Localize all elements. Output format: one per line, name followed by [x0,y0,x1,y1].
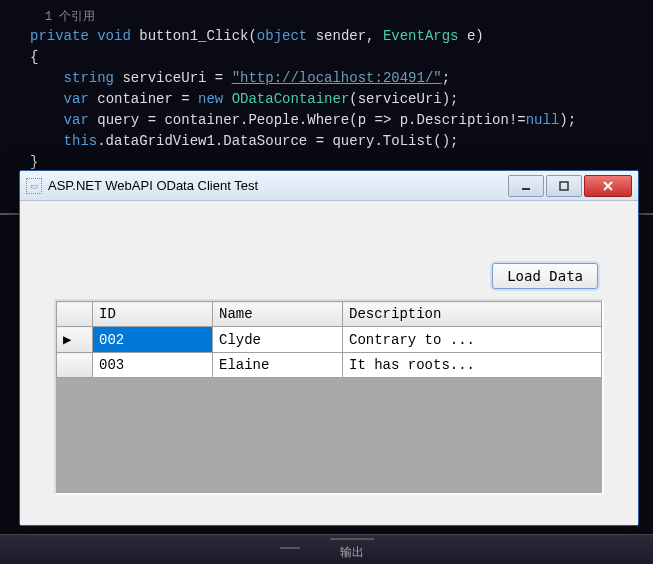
cell-id[interactable]: 003 [93,353,213,378]
cell-name[interactable]: Clyde [213,327,343,353]
bottom-tab-output[interactable]: 输出 [330,538,374,561]
code-line: string serviceUri = "http://localhost:20… [30,68,643,89]
winforms-app-window: ▭ ASP.NET WebAPI OData Client Test Load … [19,170,639,526]
row-indicator[interactable] [57,353,93,378]
window-controls [506,175,632,197]
maximize-button[interactable] [546,175,582,197]
ide-bottom-panel-tabs: 输出 [0,534,653,564]
minimize-button[interactable] [508,175,544,197]
code-line: { [30,47,643,68]
code-line: this.dataGridView1.DataSource = query.To… [30,131,643,152]
window-titlebar[interactable]: ▭ ASP.NET WebAPI OData Client Test [20,171,638,201]
svg-rect-1 [560,182,568,190]
cell-id[interactable]: 002 [93,327,213,353]
code-line: var query = container.People.Where(p => … [30,110,643,131]
bottom-tab[interactable] [280,547,300,553]
code-editor: 1 个引用 private void button1_Click(object … [0,0,653,173]
cell-description[interactable]: Contrary to ... [343,327,602,353]
code-line: private void button1_Click(object sender… [30,26,643,47]
grid-header-row: ID Name Description [57,302,602,327]
codelens-references[interactable]: 1 个引用 [45,8,643,26]
datagridview[interactable]: ID Name Description ▶ 002 Clyde Contrary… [54,299,604,495]
column-header-description[interactable]: Description [343,302,602,327]
code-line: var container = new ODataContainer(servi… [30,89,643,110]
column-header-name[interactable]: Name [213,302,343,327]
window-client-area: Load Data ID Name Description ▶ 002 Clyd… [20,201,638,525]
cell-name[interactable]: Elaine [213,353,343,378]
window-title: ASP.NET WebAPI OData Client Test [48,178,506,193]
app-icon: ▭ [26,178,42,194]
load-data-button[interactable]: Load Data [492,263,598,289]
column-header-id[interactable]: ID [93,302,213,327]
row-indicator-icon[interactable]: ▶ [57,327,93,353]
table-row[interactable]: 003 Elaine It has roots... [57,353,602,378]
grid-corner-cell[interactable] [57,302,93,327]
cell-description[interactable]: It has roots... [343,353,602,378]
table-row[interactable]: ▶ 002 Clyde Contrary to ... [57,327,602,353]
close-button[interactable] [584,175,632,197]
